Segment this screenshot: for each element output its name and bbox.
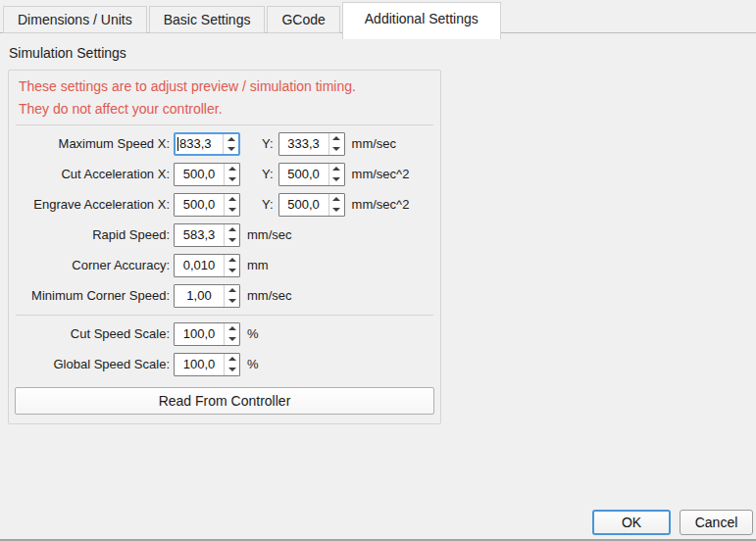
unit-label: mm xyxy=(247,258,269,272)
unit-label: % xyxy=(247,326,259,341)
spin-up-button[interactable] xyxy=(224,134,238,144)
warning-text-line1: These settings are to adjust preview / s… xyxy=(15,75,434,98)
x-value-input[interactable]: 100,0 xyxy=(175,323,224,345)
spin-down-button[interactable] xyxy=(225,334,239,345)
spin-up-button[interactable] xyxy=(225,164,239,174)
y-column: Y: 333,3 xyxy=(262,132,345,156)
row-label: Global Speed Scale: xyxy=(15,357,174,371)
x-value-input[interactable]: 0,010 xyxy=(175,255,224,276)
row-label: Rapid Speed: xyxy=(15,227,174,242)
spin-down-button[interactable] xyxy=(329,174,344,185)
row-label: Cut Speed Scale: xyxy=(15,326,174,341)
chevron-up-icon xyxy=(228,258,236,262)
unit-label: mm/sec xyxy=(352,136,397,151)
unit-label: mm/sec^2 xyxy=(352,197,410,212)
spin-down-button[interactable] xyxy=(225,174,239,185)
x-value-input[interactable]: 1,00 xyxy=(175,285,224,307)
spin-controls xyxy=(224,323,239,345)
tab-strip: Dimensions / UnitsBasic SettingsGCodeAdd… xyxy=(0,0,756,39)
unit-label: mm/sec xyxy=(247,288,292,303)
x-value-input[interactable]: 500,0 xyxy=(175,194,224,216)
chevron-up-icon xyxy=(228,357,236,361)
settings-row: Cut Speed Scale: 100,0 % xyxy=(15,319,434,349)
spin-controls xyxy=(328,194,344,216)
unit-label: mm/sec xyxy=(247,227,292,242)
spin-down-button[interactable] xyxy=(225,205,239,216)
tab-additional-settings[interactable]: Additional Settings xyxy=(342,2,501,39)
x-value-input[interactable]: 100,0 xyxy=(175,354,224,375)
spin-up-button[interactable] xyxy=(225,194,239,205)
chevron-down-icon xyxy=(228,368,236,371)
x-value-spinbox[interactable]: 833,3 xyxy=(174,132,240,156)
spin-controls xyxy=(224,194,239,216)
settings-row: Engrave Acceleration X: 500,0 Y: 500,0 m… xyxy=(15,189,434,220)
warning-text-line2: They do not affect your controller. xyxy=(15,98,434,121)
settings-rows: Maximum Speed X: 833,3 Y: 333,3 mm/sec C… xyxy=(15,128,434,379)
spin-up-button[interactable] xyxy=(225,323,239,334)
separator xyxy=(16,315,433,316)
chevron-up-icon xyxy=(228,197,236,201)
chevron-down-icon xyxy=(228,177,236,181)
x-value-spinbox[interactable]: 100,0 xyxy=(174,322,240,346)
chevron-up-icon xyxy=(332,197,340,201)
settings-row: Cut Acceleration X: 500,0 Y: 500,0 mm/se… xyxy=(15,159,434,189)
cancel-button[interactable]: Cancel xyxy=(680,510,753,535)
unit-label: % xyxy=(247,357,259,371)
spin-controls xyxy=(328,164,344,185)
spin-down-button[interactable] xyxy=(329,205,344,216)
ok-button[interactable]: OK xyxy=(592,510,671,535)
y-label: Y: xyxy=(262,197,278,212)
y-value-input[interactable]: 500,0 xyxy=(279,194,328,216)
x-value-input[interactable]: 500,0 xyxy=(175,164,224,185)
read-from-controller-button[interactable]: Read From Controller xyxy=(15,387,434,415)
spin-down-button[interactable] xyxy=(224,144,238,154)
x-value-spinbox[interactable]: 500,0 xyxy=(174,163,240,186)
y-value-spinbox[interactable]: 500,0 xyxy=(278,163,345,186)
x-value-input[interactable]: 583,3 xyxy=(175,224,224,246)
spin-up-button[interactable] xyxy=(329,164,344,174)
chevron-up-icon xyxy=(332,136,340,140)
row-label: Engrave Acceleration X: xyxy=(15,197,174,212)
spin-down-button[interactable] xyxy=(329,144,344,155)
chevron-up-icon xyxy=(227,137,235,141)
tab-dimensions-units[interactable]: Dimensions / Units xyxy=(3,6,147,33)
spin-controls xyxy=(224,224,239,246)
chevron-down-icon xyxy=(228,208,236,212)
tab-basic-settings[interactable]: Basic Settings xyxy=(149,6,266,33)
y-column: Y: 500,0 xyxy=(262,163,345,186)
spin-controls xyxy=(223,134,238,154)
settings-row: Minimum Corner Speed: 1,00 mm/sec xyxy=(15,280,434,311)
spin-up-button[interactable] xyxy=(225,354,239,365)
settings-row: Global Speed Scale: 100,0 % xyxy=(15,349,434,379)
row-label: Maximum Speed X: xyxy=(15,136,174,151)
x-value-spinbox[interactable]: 500,0 xyxy=(174,193,240,217)
y-value-input[interactable]: 500,0 xyxy=(279,164,328,185)
settings-row: Rapid Speed: 583,3 mm/sec xyxy=(15,220,434,250)
spin-down-button[interactable] xyxy=(225,296,239,307)
y-value-spinbox[interactable]: 333,3 xyxy=(278,132,345,156)
spin-down-button[interactable] xyxy=(225,266,239,276)
chevron-up-icon xyxy=(228,167,236,171)
spin-down-button[interactable] xyxy=(225,365,239,375)
chevron-down-icon xyxy=(332,177,340,181)
x-value-spinbox[interactable]: 100,0 xyxy=(174,353,240,376)
x-value-spinbox[interactable]: 583,3 xyxy=(174,223,240,247)
spin-up-button[interactable] xyxy=(225,224,239,235)
y-value-input[interactable]: 333,3 xyxy=(279,133,328,155)
chevron-up-icon xyxy=(332,167,340,171)
tab-gcode[interactable]: GCode xyxy=(267,6,339,33)
spin-up-button[interactable] xyxy=(329,194,344,205)
y-label: Y: xyxy=(262,136,278,151)
spin-up-button[interactable] xyxy=(225,255,239,266)
spin-controls xyxy=(224,164,239,185)
unit-label: mm/sec^2 xyxy=(352,167,410,181)
spin-down-button[interactable] xyxy=(225,235,239,246)
chevron-down-icon xyxy=(228,337,236,341)
x-value-spinbox[interactable]: 1,00 xyxy=(174,284,240,308)
spin-up-button[interactable] xyxy=(329,133,344,144)
x-value-input[interactable]: 833,3 xyxy=(176,134,223,154)
x-value-spinbox[interactable]: 0,010 xyxy=(174,254,240,277)
settings-row: Corner Accuracy: 0,010 mm xyxy=(15,250,434,280)
spin-up-button[interactable] xyxy=(225,285,239,296)
y-value-spinbox[interactable]: 500,0 xyxy=(278,193,345,217)
